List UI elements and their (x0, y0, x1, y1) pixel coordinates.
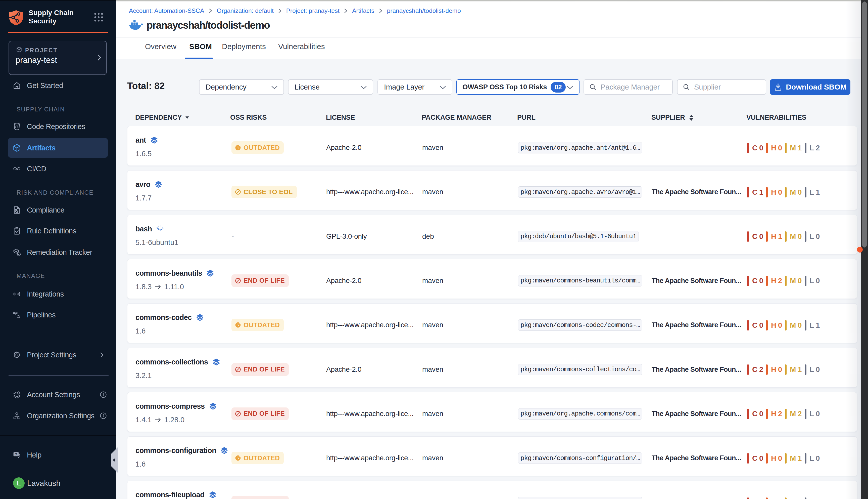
svg-text:?: ? (15, 452, 17, 456)
